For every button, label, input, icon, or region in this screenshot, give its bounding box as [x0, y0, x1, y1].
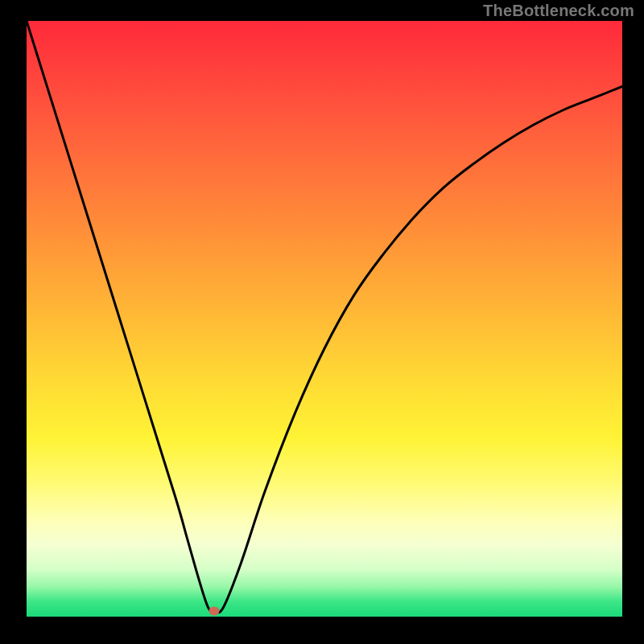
chart-container: TheBottleneck.com: [0, 0, 644, 644]
bottleneck-curve-path: [27, 21, 622, 613]
plot-area: [27, 21, 622, 617]
curve-svg: [27, 21, 622, 617]
minimum-marker: [209, 606, 220, 615]
watermark-text: TheBottleneck.com: [483, 2, 634, 20]
